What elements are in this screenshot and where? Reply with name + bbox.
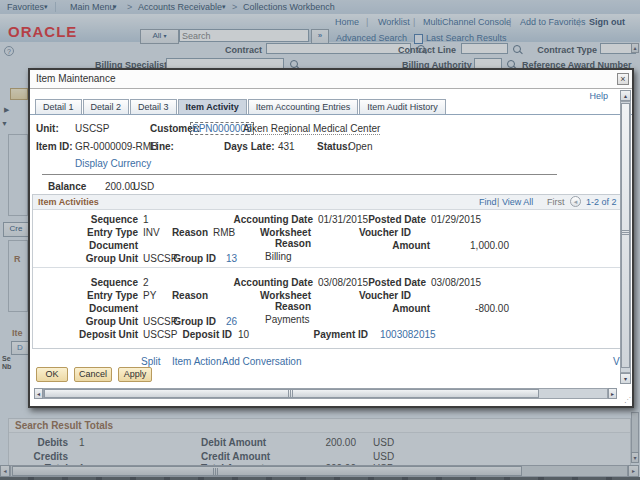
sequence-label: Sequence [53, 277, 138, 288]
entry-type-label: Entry Type [53, 290, 138, 301]
accounting-date-label: Accounting Date [223, 214, 313, 225]
unit-value: USCSP [75, 123, 109, 134]
group-id-label: Group ID [161, 253, 216, 264]
view-all-link[interactable]: View All [502, 197, 533, 207]
item-activities-box: Item Activities Find | View All First ◂ … [32, 194, 624, 349]
previous-page-icon[interactable]: ◂ [570, 196, 581, 207]
balance-currency: USD [133, 181, 154, 192]
ok-button[interactable]: OK [36, 367, 68, 382]
resize-grip-icon[interactable]: ⋰ [624, 396, 631, 404]
range-indicator: 1-2 of 2 [586, 197, 617, 207]
sequence-label: Sequence [53, 214, 138, 225]
days-late-value: 431 [278, 141, 295, 152]
sequence-value: 1 [143, 214, 149, 225]
balance-value: 200.00 [105, 181, 136, 192]
add-conversation-link[interactable]: Add Conversation [222, 356, 302, 367]
divider [42, 174, 557, 175]
tabs-rule [30, 114, 632, 115]
pipe-separator: | [497, 197, 499, 207]
tab-item-activity[interactable]: Item Activity [178, 99, 247, 114]
unit-label: Unit: [36, 123, 59, 134]
group-unit-label: Group Unit [53, 316, 138, 327]
tab-item-accounting-entries[interactable]: Item Accounting Entries [248, 99, 359, 114]
scrollbar-grip-icon [622, 230, 629, 235]
modal-hscrollbar-left[interactable]: ◂ [34, 388, 43, 399]
scrollbar-grip-icon [288, 390, 293, 397]
modal-title-bar: Item Maintenance × [30, 70, 632, 89]
item-activities-title: Item Activities [38, 197, 99, 207]
item-maintenance-modal: Item Maintenance × Help Detail 1Detail 2… [28, 68, 634, 408]
deposit-id-label: Deposit ID [177, 329, 232, 340]
document-label: Document [53, 240, 138, 251]
apply-button[interactable]: Apply [118, 367, 152, 382]
voucher-id-label: Voucher ID [338, 290, 411, 301]
posted-date-label: Posted Date [336, 214, 426, 225]
posted-date-value: 01/29/2015 [431, 214, 481, 225]
status-value: Open [348, 141, 372, 152]
group-id-label: Group ID [161, 316, 216, 327]
worksheet-reason-label: Worksheet Reason [226, 227, 311, 249]
tab-detail-1[interactable]: Detail 1 [35, 99, 82, 114]
collections-workbench-screen: Favorites ▾ Main Menu ▾ > Accounts Recei… [0, 0, 640, 480]
group-id-link[interactable]: 13 [226, 253, 237, 264]
payment-id-link[interactable]: 1003082015 [380, 329, 436, 340]
reason-label: Reason [153, 227, 208, 238]
deposit-unit-value: USCSP [143, 329, 177, 340]
deposit-id-value: 10 [238, 329, 249, 340]
item-id-label: Item ID: [36, 141, 73, 152]
balance-label: Balance [48, 181, 86, 192]
document-label: Document [53, 303, 138, 314]
sequence-value: 2 [143, 277, 149, 288]
item-id-value: GR-0000009-RMB [75, 141, 158, 152]
amount-label: Amount [363, 240, 430, 251]
item-action-link[interactable]: Item Action [172, 356, 221, 367]
amount-value: -800.00 [433, 303, 509, 314]
tab-item-audit-history[interactable]: Item Audit History [359, 99, 446, 114]
posted-date-value: 03/08/2015 [431, 277, 481, 288]
category-value: Billing [265, 251, 292, 262]
first-link[interactable]: First [547, 197, 565, 207]
accounting-date-label: Accounting Date [223, 277, 313, 288]
find-link[interactable]: Find [479, 197, 497, 207]
line-label: Line: [150, 141, 174, 152]
modal-vscrollbar-up[interactable]: ▴ [620, 90, 631, 101]
modal-tabs: Detail 1Detail 2Detail 3Item ActivityIte… [35, 99, 447, 114]
posted-date-label: Posted Date [336, 277, 426, 288]
display-currency-link[interactable]: Display Currency [75, 158, 151, 169]
worksheet-reason-label: Worksheet Reason [226, 290, 311, 312]
category-value: Payments [265, 314, 309, 325]
deposit-unit-label: Deposit Unit [53, 329, 138, 340]
modal-hscrollbar-right[interactable]: ▸ [608, 388, 617, 399]
modal-title: Item Maintenance [36, 73, 116, 84]
modal-vscrollbar-down[interactable]: ▾ [620, 373, 631, 384]
clipped-link-fragment[interactable]: V [613, 356, 620, 367]
reason-label: Reason [153, 290, 208, 301]
customer-name[interactable]: Aiken Regional Medical Center [243, 123, 380, 135]
amount-value: 1,000.00 [433, 240, 509, 251]
entry-type-label: Entry Type [53, 227, 138, 238]
help-link[interactable]: Help [589, 91, 608, 101]
group-id-link[interactable]: 26 [226, 316, 237, 327]
item-activities-header: Item Activities Find | View All First ◂ … [33, 195, 623, 210]
days-late-label: Days Late: [224, 141, 275, 152]
split-link[interactable]: Split [141, 356, 160, 367]
status-label: Status: [317, 141, 351, 152]
modal-vscrollbar-thumb[interactable] [621, 103, 630, 368]
tab-detail-2[interactable]: Detail 2 [83, 99, 130, 114]
payment-id-label: Payment ID [295, 329, 368, 340]
amount-label: Amount [363, 303, 430, 314]
tab-detail-3[interactable]: Detail 3 [130, 99, 177, 114]
voucher-id-label: Voucher ID [338, 227, 411, 238]
row-divider [33, 267, 623, 268]
cancel-button[interactable]: Cancel [74, 367, 112, 382]
group-unit-label: Group Unit [53, 253, 138, 264]
close-icon[interactable]: × [617, 73, 629, 85]
